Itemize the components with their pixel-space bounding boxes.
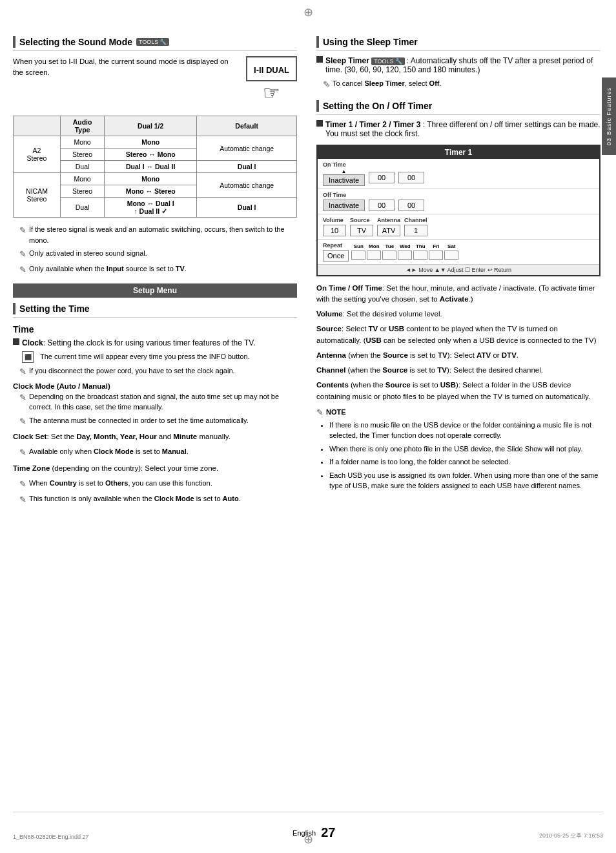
table-header-dual: Dual 1/2 bbox=[105, 116, 197, 136]
right-column: Using the Sleep Timer Sleep Timer TOOLS … bbox=[316, 36, 601, 812]
note-icon-3: ✎ bbox=[19, 263, 26, 276]
days-headers: Sun Mon Tue Wed Thu Fri Sat bbox=[351, 243, 458, 249]
off-inactivate-cell[interactable]: Inactivate bbox=[323, 200, 365, 211]
sleep-timer-title: Using the Sleep Timer bbox=[323, 37, 418, 47]
channel-group: Channel 1 bbox=[404, 217, 427, 236]
table-header-audio-type: AudioType bbox=[60, 116, 104, 136]
on-time-label: On Time bbox=[323, 161, 594, 168]
day-sat-cell[interactable] bbox=[444, 251, 458, 260]
note-icon-tz2: ✎ bbox=[19, 493, 26, 506]
square-bullet-st bbox=[316, 56, 323, 63]
timer-info-row: Volume 10 Source TV Antenna ATV Channel … bbox=[318, 214, 599, 240]
note-icon-header: ✎ bbox=[316, 407, 323, 417]
off-hour-cell[interactable]: 00 bbox=[369, 200, 395, 211]
left-column: Selecting the Sound Mode TOOLS 🔧 I-II DU… bbox=[13, 36, 297, 812]
timezone-note-2: ✎ This function is only available when t… bbox=[19, 493, 297, 506]
dual-mono-2: Mono bbox=[105, 173, 197, 185]
disconnect-note-text: If you disconnect the power cord, you ha… bbox=[29, 365, 235, 376]
sound-mode-title: Selecting the Sound Mode bbox=[19, 37, 132, 47]
note-heading: NOTE bbox=[326, 408, 346, 416]
note-item-3: If a folder name is too long, the folder… bbox=[329, 457, 601, 468]
day-wed-cell[interactable] bbox=[398, 251, 412, 260]
day-mon-cell[interactable] bbox=[367, 251, 381, 260]
day-tue-cell[interactable] bbox=[382, 251, 396, 260]
day-fri-cell[interactable] bbox=[429, 251, 443, 260]
volume-group: Volume 10 bbox=[323, 217, 346, 236]
note-icon-cm1: ✎ bbox=[19, 391, 26, 404]
crosshair-top: ⊕ bbox=[303, 5, 313, 19]
note-icon-cm2: ✎ bbox=[19, 415, 26, 428]
note-item-4: Each USB you use is assigned its own fol… bbox=[329, 470, 601, 491]
type-dual-2: Dual bbox=[60, 198, 104, 218]
volume-cell[interactable]: 10 bbox=[323, 225, 346, 236]
note-icon-disc: ✎ bbox=[19, 365, 26, 378]
day-thu-header: Thu bbox=[413, 243, 427, 249]
antenna-text: Antenna (when the Source is set to TV): … bbox=[316, 350, 601, 361]
source-cell[interactable]: TV bbox=[350, 225, 373, 236]
on-time-content: ▲ Inactivate 00 00 bbox=[323, 169, 594, 186]
on-inactivate-cell[interactable]: Inactivate bbox=[323, 174, 365, 186]
repeat-row: Repeat Once Sun Mon Tue Wed Thu Fri Sat bbox=[318, 240, 599, 265]
table-row: NICAMStereo Mono Mono Automatic change bbox=[14, 173, 297, 185]
dual-stereo-mono: Stereo ↔ Mono bbox=[105, 149, 197, 161]
table-header-empty bbox=[14, 116, 61, 136]
note-item-1: If there is no music file on the USB dev… bbox=[329, 420, 601, 441]
on-min-cell[interactable]: 00 bbox=[398, 172, 424, 183]
info-note-text: The current time will appear every time … bbox=[40, 351, 250, 362]
audio-table: AudioType Dual 1/2 Default A2Stereo Mono… bbox=[13, 116, 297, 218]
sound-note-3: ✎ Only available when the Input source i… bbox=[19, 263, 297, 276]
repeat-label: Repeat bbox=[323, 242, 349, 249]
repeat-group: Repeat Once bbox=[323, 242, 349, 262]
default-dual-i-1: Dual I bbox=[197, 161, 297, 173]
dual-mono-1: Mono bbox=[105, 136, 197, 149]
sound-note-text-3: Only available when the Input source is … bbox=[29, 263, 187, 274]
source-group: Source TV bbox=[350, 217, 373, 236]
contents-text: Contents (when the Source is set to USB)… bbox=[316, 380, 601, 402]
type-mono-1: Mono bbox=[60, 136, 104, 149]
tools-badge-sleep: TOOLS 🔧 bbox=[371, 57, 404, 65]
clock-mode-note-text-2: The antenna must be connected in order t… bbox=[29, 415, 249, 426]
sound-note-text-2: Only activated in stereo sound signal. bbox=[29, 248, 147, 259]
antenna-cell[interactable]: ATV bbox=[377, 225, 400, 236]
sleep-timer-text: Sleep Timer TOOLS 🔧 : Automatically shut… bbox=[325, 56, 601, 74]
clock-set-note: ✎ Available only when Clock Mode is set … bbox=[19, 446, 297, 459]
disconnect-note: ✎ If you disconnect the power cord, you … bbox=[19, 365, 297, 378]
clock-mode-note-2: ✎ The antenna must be connected in order… bbox=[19, 415, 297, 428]
info-icon: ⬛ bbox=[22, 351, 34, 363]
timer-text: Timer 1 / Timer 2 / Timer 3 : Three diff… bbox=[325, 120, 601, 138]
off-time-content: Inactivate 00 00 bbox=[323, 200, 594, 211]
repeat-cell[interactable]: Once bbox=[323, 250, 349, 262]
clock-set-note-text: Available only when Clock Mode is set to… bbox=[29, 446, 189, 457]
info-note-box: ⬛ The current time will appear every tim… bbox=[22, 351, 297, 363]
channel-cell[interactable]: 1 bbox=[404, 225, 427, 236]
on-off-timer-title: Setting the On / Off Timer bbox=[323, 101, 432, 111]
type-stereo-2: Stereo bbox=[60, 185, 104, 198]
clock-text: Clock: Setting the clock is for using va… bbox=[22, 338, 256, 347]
day-sun-cell[interactable] bbox=[351, 251, 365, 260]
timer-box-title: Timer 1 bbox=[318, 146, 599, 159]
on-hour-cell[interactable]: 00 bbox=[369, 172, 395, 183]
footer-right: 2010-05-25 오후 7:16:53 bbox=[539, 832, 603, 840]
timezone-note-text-2: This function is only available when the… bbox=[29, 493, 241, 504]
footer-left: 1_BN68-02820E-Eng.indd 27 bbox=[13, 834, 89, 840]
sound-note-1: ✎ If the stereo signal is weak and an au… bbox=[19, 224, 297, 245]
note-header: ✎ NOTE bbox=[316, 407, 601, 417]
note-icon-sleep: ✎ bbox=[323, 78, 330, 91]
day-wed-header: Wed bbox=[398, 243, 412, 249]
dual-mono-stereo: Mono ↔ Stereo bbox=[105, 185, 197, 198]
timezone-note-text-1: When Country is set to Others, you can u… bbox=[29, 478, 212, 489]
heading-bar-4 bbox=[316, 100, 319, 112]
off-min-cell[interactable]: 00 bbox=[398, 200, 424, 211]
sleep-timer-bullet: Sleep Timer TOOLS 🔧 : Automatically shut… bbox=[316, 56, 601, 74]
page-number-area: English 27 bbox=[293, 825, 335, 840]
default-auto-2: Automatic change bbox=[197, 173, 297, 198]
days-group: Sun Mon Tue Wed Thu Fri Sat bbox=[351, 243, 458, 260]
source-label: Source bbox=[350, 217, 373, 223]
heading-bar-2 bbox=[13, 303, 15, 314]
note-icon-tz1: ✎ bbox=[19, 478, 26, 491]
heading-bar bbox=[13, 36, 15, 48]
setting-time-title: Setting the Time bbox=[19, 303, 90, 314]
square-bullet-timer bbox=[316, 120, 323, 127]
time-subtitle: Time bbox=[13, 324, 297, 334]
day-thu-cell[interactable] bbox=[413, 251, 427, 260]
